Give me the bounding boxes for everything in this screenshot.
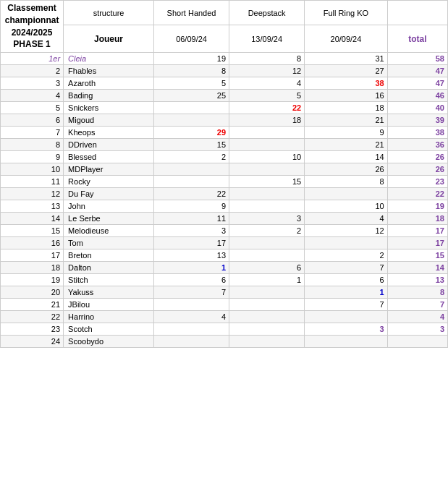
table-title: Classement championnat 2024/2025 PHASE 1: [1, 1, 64, 53]
rank-cell: 2: [1, 65, 64, 77]
ds-score-cell: [229, 237, 305, 249]
sh-score-cell: 19: [154, 53, 229, 65]
table-row: 6Migoud182139: [1, 114, 448, 127]
ds-date: 13/09/24: [229, 25, 305, 53]
total-score-cell: 23: [387, 176, 447, 188]
table-row: 3Azaroth543847: [1, 77, 448, 90]
frko-score-cell: 7: [305, 299, 388, 311]
sh-score-cell: [154, 102, 229, 114]
player-name-cell: Kheops: [64, 127, 154, 139]
rank-cell: 12: [1, 188, 64, 200]
rank-cell: 9: [1, 151, 64, 163]
sh-score-cell: 5: [154, 77, 229, 90]
sh-score-cell: 6: [154, 274, 229, 286]
total-score-cell: 58: [387, 53, 447, 65]
sh-score-cell: 29: [154, 127, 229, 139]
sh-score-cell: 17: [154, 237, 229, 249]
frko-score-cell: [305, 188, 388, 200]
player-name-cell: Dalton: [64, 262, 154, 274]
sh-date: 06/09/24: [154, 25, 229, 53]
sh-score-cell: 15: [154, 139, 229, 151]
frko-score-cell: 18: [305, 102, 388, 114]
ranking-table: Classement championnat 2024/2025 PHASE 1…: [0, 0, 448, 348]
ds-score-cell: [229, 163, 305, 176]
player-name-cell: Snickers: [64, 102, 154, 114]
total-score-cell: 46: [387, 90, 447, 102]
rank-cell: 24: [1, 336, 64, 348]
player-name-cell: MDPlayer: [64, 163, 154, 176]
ds-score-cell: [229, 311, 305, 323]
table-row: 21JBilou77: [1, 299, 448, 311]
table-row: 24Scoobydo: [1, 336, 448, 348]
player-name-cell: Breton: [64, 249, 154, 262]
frko-score-cell: 14: [305, 151, 388, 163]
table-row: 8DDriven152136: [1, 139, 448, 151]
ds-score-cell: [229, 139, 305, 151]
frko-score-cell: 21: [305, 139, 388, 151]
table-row: 18Dalton16714: [1, 262, 448, 274]
rank-cell: 16: [1, 237, 64, 249]
rank-cell: 5: [1, 102, 64, 114]
frko-score-cell: 6: [305, 274, 388, 286]
rank-cell: 13: [1, 200, 64, 213]
sh-score-cell: [154, 336, 229, 348]
total-score-cell: 47: [387, 77, 447, 90]
rank-cell: 11: [1, 176, 64, 188]
table-row: 2Fhables8122747: [1, 65, 448, 77]
total-score-cell: 7: [387, 299, 447, 311]
frko-score-cell: 4: [305, 213, 388, 225]
frko-score-cell: 2: [305, 249, 388, 262]
total-score-cell: 47: [387, 65, 447, 77]
player-name-cell: Scotch: [64, 323, 154, 336]
ds-score-cell: 4: [229, 77, 305, 90]
ds-score-cell: [229, 286, 305, 299]
frko-score-cell: 12: [305, 225, 388, 237]
total-score-cell: 36: [387, 139, 447, 151]
frko-score-cell: 31: [305, 53, 388, 65]
rank-cell: 21: [1, 299, 64, 311]
sh-score-cell: [154, 176, 229, 188]
rank-cell: 18: [1, 262, 64, 274]
player-name-cell: Fhables: [64, 65, 154, 77]
table-row: 10MDPlayer2626: [1, 163, 448, 176]
table-row: 12Du Fay2222: [1, 188, 448, 200]
ds-score-cell: 22: [229, 102, 305, 114]
structure-header: structure: [64, 1, 154, 25]
rank-cell: 1er: [1, 53, 64, 65]
ds-score-cell: 3: [229, 213, 305, 225]
sh-score-cell: 8: [154, 65, 229, 77]
frko-score-cell: [305, 336, 388, 348]
ds-score-cell: 8: [229, 53, 305, 65]
player-name-cell: Le Serbe: [64, 213, 154, 225]
table-row: 14Le Serbe113418: [1, 213, 448, 225]
total-score-cell: 14: [387, 262, 447, 274]
player-name-cell: Azaroth: [64, 77, 154, 90]
player-name-cell: Migoud: [64, 114, 154, 127]
total-score-cell: 15: [387, 249, 447, 262]
table-row: 4Bading2551646: [1, 90, 448, 102]
table-row: 13John91019: [1, 200, 448, 213]
total-score-cell: 17: [387, 237, 447, 249]
rank-cell: 20: [1, 286, 64, 299]
ds-score-cell: [229, 249, 305, 262]
sh-score-cell: [154, 323, 229, 336]
ds-score-cell: 2: [229, 225, 305, 237]
sh-score-cell: [154, 163, 229, 176]
player-name-cell: Tom: [64, 237, 154, 249]
table-row: 1erCleia1983158: [1, 53, 448, 65]
total-score-cell: 3: [387, 323, 447, 336]
ds-score-cell: [229, 188, 305, 200]
ds-score-cell: 10: [229, 151, 305, 163]
player-name-cell: Melodieuse: [64, 225, 154, 237]
table-row: 20Yakuss718: [1, 286, 448, 299]
frko-header: Full Ring KO: [305, 1, 388, 25]
player-name-cell: Blessed: [64, 151, 154, 163]
joueur-label: Joueur: [64, 25, 154, 53]
rank-cell: 3: [1, 77, 64, 90]
sh-score-cell: [154, 299, 229, 311]
table-row: 23Scotch33: [1, 323, 448, 336]
player-name-cell: John: [64, 200, 154, 213]
player-name-cell: JBilou: [64, 299, 154, 311]
sh-score-cell: 25: [154, 90, 229, 102]
ds-score-cell: 5: [229, 90, 305, 102]
